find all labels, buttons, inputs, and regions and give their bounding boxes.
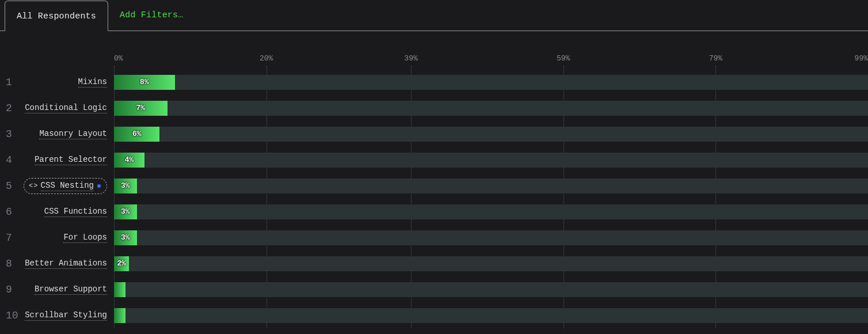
label-row: 10Scrollbar Styling xyxy=(0,302,114,328)
bar[interactable]: 6% xyxy=(114,127,159,142)
y-axis-labels: 1Mixins2Conditional Logic3Masonry Layout… xyxy=(0,69,114,328)
label-row: 5< >CSS Nesting xyxy=(0,173,114,199)
rank-number: 4 xyxy=(6,154,12,166)
bar-row: 3% xyxy=(114,225,868,251)
label-row: 4Parent Selector xyxy=(0,147,114,173)
category-label[interactable]: Browser Support xyxy=(35,284,107,295)
code-icon: < > xyxy=(29,182,36,190)
bars-container: 8%7%6%4%3%3%3%2% xyxy=(114,69,868,328)
bar-row: 4% xyxy=(114,147,868,173)
axis-tick: 79% xyxy=(709,54,722,63)
tab-all-respondents[interactable]: All Respondents xyxy=(5,1,108,31)
rank-number: 1 xyxy=(6,77,12,88)
bar-track xyxy=(114,308,868,323)
bar[interactable] xyxy=(114,308,125,323)
bar-value-label: 2% xyxy=(117,259,126,268)
bar[interactable]: 2% xyxy=(114,256,129,271)
axis-tick: 0% xyxy=(114,54,123,63)
rank-number: 2 xyxy=(6,103,12,114)
chart: 0%20%39%59%79%99% 1Mixins2Conditional Lo… xyxy=(0,31,868,328)
add-filters-button[interactable]: Add Filters… xyxy=(108,0,195,31)
bar-row: 3% xyxy=(114,199,868,225)
bar-value-label: 3% xyxy=(121,207,130,216)
category-label: CSS Nesting xyxy=(41,181,94,191)
bar-track: 6% xyxy=(114,127,868,142)
bar-track: 3% xyxy=(114,179,868,193)
category-label[interactable]: Better Animations xyxy=(25,259,107,269)
bar-value-label: 8% xyxy=(140,78,149,86)
bar[interactable]: 3% xyxy=(114,204,137,219)
bar-track: 2% xyxy=(114,256,868,271)
category-label[interactable]: Conditional Logic xyxy=(25,103,107,113)
bar-row: 7% xyxy=(114,95,868,121)
label-row: 2Conditional Logic xyxy=(0,95,114,121)
rank-number: 8 xyxy=(6,258,12,270)
label-row: 6CSS Functions xyxy=(0,199,114,225)
rank-number: 6 xyxy=(6,206,12,218)
axis-tick: 99% xyxy=(855,54,868,63)
bar-row: 6% xyxy=(114,121,868,147)
label-row: 1Mixins xyxy=(0,69,114,95)
bar[interactable]: 8% xyxy=(114,75,175,90)
axis-tick: 20% xyxy=(260,54,273,63)
bar-track: 8% xyxy=(114,75,868,90)
bar-row xyxy=(114,302,868,328)
bar-value-label: 4% xyxy=(125,155,134,164)
rank-number: 7 xyxy=(6,232,12,244)
category-chip[interactable]: < >CSS Nesting xyxy=(24,178,107,194)
label-row: 7For Loops xyxy=(0,225,114,251)
rank-number: 10 xyxy=(6,310,18,321)
category-label[interactable]: Scrollbar Styling xyxy=(25,310,107,321)
bar-value-label: 3% xyxy=(121,233,130,242)
axis-tick: 59% xyxy=(557,54,570,63)
bar-track xyxy=(114,282,868,297)
bar[interactable]: 7% xyxy=(114,101,167,116)
indicator-dot-icon xyxy=(97,184,101,188)
rank-number: 9 xyxy=(6,284,12,295)
bar-value-label: 3% xyxy=(121,181,130,190)
label-row: 8Better Animations xyxy=(0,251,114,276)
category-label[interactable]: Masonry Layout xyxy=(39,129,107,139)
bar-track: 4% xyxy=(114,153,868,168)
bar-value-label: 7% xyxy=(136,104,146,112)
axis-tick: 39% xyxy=(404,54,417,63)
bar-value-label: 6% xyxy=(132,130,142,138)
bar[interactable]: 3% xyxy=(114,179,137,193)
bar-row: 2% xyxy=(114,251,868,276)
bar[interactable]: 4% xyxy=(114,153,144,168)
category-label[interactable]: CSS Functions xyxy=(44,207,107,217)
label-row: 3Masonry Layout xyxy=(0,121,114,147)
bar-row: 8% xyxy=(114,69,868,95)
bar-row: 3% xyxy=(114,173,868,199)
rank-number: 5 xyxy=(6,180,12,192)
x-axis: 0%20%39%59%79%99% xyxy=(114,54,868,69)
bar[interactable] xyxy=(114,282,125,297)
category-label[interactable]: Mixins xyxy=(78,77,107,88)
bar-track: 3% xyxy=(114,204,868,219)
category-label[interactable]: Parent Selector xyxy=(35,155,107,165)
bar-track: 3% xyxy=(114,230,868,245)
plot-area: 8%7%6%4%3%3%3%2% xyxy=(114,69,868,328)
bar-row xyxy=(114,276,868,302)
bar[interactable]: 3% xyxy=(114,230,137,245)
rank-number: 3 xyxy=(6,128,12,140)
tab-bar: All Respondents Add Filters… xyxy=(0,0,868,31)
bar-track: 7% xyxy=(114,101,868,116)
label-row: 9Browser Support xyxy=(0,276,114,302)
category-label[interactable]: For Loops xyxy=(63,233,107,243)
